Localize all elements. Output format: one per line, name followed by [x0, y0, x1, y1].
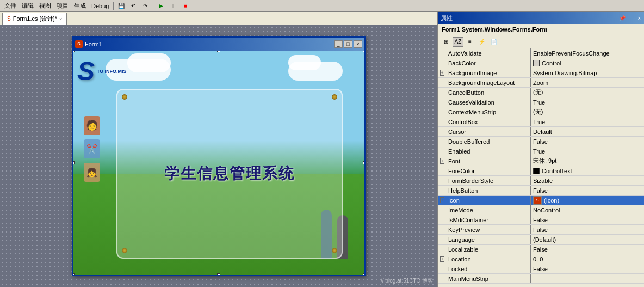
- props-properties-btn[interactable]: ≡: [465, 37, 475, 47]
- tab-close-btn[interactable]: ×: [59, 16, 62, 22]
- prop-row-language[interactable]: Language(Default): [438, 235, 644, 245]
- prop-row-causesvalidation[interactable]: CausesValidationTrue: [438, 97, 644, 107]
- prop-row-helpbutton[interactable]: HelpButtonFalse: [438, 186, 644, 196]
- logo-s-letter: S: [77, 58, 95, 84]
- handle-right[interactable]: [363, 161, 364, 164]
- prop-value-7[interactable]: True: [531, 119, 644, 125]
- prop-value-text-21: 0, 0: [533, 256, 543, 262]
- form-canvas[interactable]: S Form1 _ □ ×: [0, 25, 437, 287]
- prop-value-12[interactable]: ControlText: [531, 168, 644, 174]
- prop-value-11[interactable]: 宋体, 9pt: [531, 157, 644, 165]
- prop-value-18[interactable]: False: [531, 227, 644, 233]
- prop-row-controlbox[interactable]: ControlBoxTrue: [438, 117, 644, 127]
- prop-row-locked[interactable]: LockedFalse: [438, 264, 644, 274]
- prop-value-13[interactable]: Sizable: [531, 178, 644, 184]
- prop-row-enabled[interactable]: EnabledTrue: [438, 146, 644, 156]
- form-maximize-btn[interactable]: □: [344, 40, 352, 48]
- prop-value-16[interactable]: NoControl: [531, 207, 644, 213]
- prop-name-18: KeyPreview: [446, 227, 530, 233]
- props-events-btn[interactable]: ⚡: [476, 37, 487, 47]
- prop-row-icon[interactable]: +IconS(Icon): [438, 196, 644, 205]
- tab-icon: S: [7, 16, 11, 22]
- prop-value-21[interactable]: 0, 0: [531, 256, 644, 262]
- prop-value-text-17: False: [533, 217, 548, 223]
- prop-row-ismdicontainer[interactable]: IsMdiContainerFalse: [438, 215, 644, 225]
- prop-row-imemode[interactable]: ImeModeNoControl: [438, 205, 644, 215]
- prop-row-backcolor[interactable]: BackColorControl: [438, 58, 644, 68]
- handle-bl[interactable]: [73, 273, 75, 275]
- left-icons: 🧑 ✂️ 👧: [84, 116, 100, 182]
- prop-value-3[interactable]: Zoom: [531, 80, 644, 86]
- prop-value-6[interactable]: (无): [531, 108, 644, 116]
- toolbar-stop[interactable]: ■: [179, 1, 190, 11]
- prop-value-text-15: (Icon): [544, 197, 559, 204]
- props-minimize-btn[interactable]: —: [628, 15, 635, 21]
- prop-value-text-18: False: [533, 227, 548, 233]
- toolbar-save[interactable]: 💾: [116, 1, 127, 11]
- prop-row-cancelbutton[interactable]: CancelButton(无): [438, 88, 644, 97]
- prop-row-autovalidate[interactable]: AutoValidateEnablePreventFocusChange: [438, 48, 644, 58]
- form-close-btn[interactable]: ×: [354, 40, 362, 48]
- toolbar-pause[interactable]: ⏸: [168, 1, 178, 11]
- prop-row-keypreview[interactable]: KeyPreviewFalse: [438, 225, 644, 235]
- prop-row-localizable[interactable]: LocalizableFalse: [438, 245, 644, 254]
- prop-row-location[interactable]: +Location0, 0: [438, 254, 644, 264]
- handle-tl[interactable]: [73, 51, 75, 52]
- menu-file[interactable]: 文件: [2, 2, 18, 10]
- tab-form1-design[interactable]: S Form1.cs [设计]* ×: [2, 13, 67, 25]
- toolbar-undo[interactable]: ↶: [128, 1, 139, 11]
- prop-value-0[interactable]: EnablePreventFocusChange: [531, 50, 644, 57]
- prop-value-2[interactable]: System.Drawing.Bitmap: [531, 70, 644, 76]
- prop-value-8[interactable]: Default: [531, 129, 644, 135]
- prop-value-14[interactable]: False: [531, 187, 644, 194]
- prop-row-backgroundimage[interactable]: +BackgroundImageSystem.Drawing.Bitmap: [438, 68, 644, 78]
- props-alphabetical-btn[interactable]: AZ: [453, 37, 463, 47]
- prop-expand-11[interactable]: +: [438, 158, 446, 164]
- props-categorized-btn[interactable]: ⊞: [441, 37, 451, 47]
- prop-value-text-16: NoControl: [533, 207, 560, 213]
- prop-row-cursor[interactable]: CursorDefault: [438, 127, 644, 137]
- handle-tr[interactable]: [363, 51, 364, 52]
- prop-value-10[interactable]: True: [531, 148, 644, 155]
- prop-value-15[interactable]: S(Icon): [531, 196, 644, 205]
- form-minimize-btn[interactable]: _: [334, 40, 343, 48]
- prop-value-17[interactable]: False: [531, 217, 644, 223]
- toolbar-redo[interactable]: ↷: [140, 1, 151, 11]
- prop-value-19[interactable]: (Default): [531, 236, 644, 243]
- prop-value-22[interactable]: False: [531, 266, 644, 272]
- form-logo: S TU INFO.MIS: [77, 55, 137, 88]
- handle-bottom[interactable]: [217, 273, 220, 275]
- prop-value-4[interactable]: (无): [531, 88, 644, 96]
- handle-left[interactable]: [73, 161, 75, 164]
- prop-row-contextmenustrip[interactable]: ContextMenuStrip(无): [438, 107, 644, 117]
- props-close-btn[interactable]: ×: [636, 15, 642, 21]
- menu-edit[interactable]: 编辑: [20, 2, 36, 10]
- prop-value-text-8: Default: [533, 129, 552, 135]
- menu-view[interactable]: 视图: [37, 2, 53, 10]
- prop-value-20[interactable]: False: [531, 246, 644, 253]
- prop-expand-15[interactable]: +: [438, 197, 446, 203]
- prop-expand-2[interactable]: +: [438, 70, 446, 76]
- prop-value-1[interactable]: Control: [531, 60, 644, 66]
- prop-value-9[interactable]: False: [531, 138, 644, 145]
- prop-row-font[interactable]: +Font宋体, 9pt: [438, 156, 644, 166]
- handle-br[interactable]: [363, 273, 364, 275]
- props-pin-btn[interactable]: 📌: [618, 15, 627, 21]
- prop-value-5[interactable]: True: [531, 99, 644, 106]
- prop-row-doublebuffered[interactable]: DoubleBufferedFalse: [438, 137, 644, 146]
- menu-project[interactable]: 项目: [54, 2, 71, 10]
- toolbar-run[interactable]: ▶: [156, 1, 166, 11]
- handle-top[interactable]: [217, 51, 220, 52]
- prop-divider-23: [530, 274, 531, 283]
- prop-row-formborderstyle[interactable]: FormBorderStyleSizable: [438, 176, 644, 186]
- prop-row-mainmenustrip[interactable]: MainMenuStrip: [438, 274, 644, 284]
- form-window[interactable]: S Form1 _ □ ×: [72, 36, 366, 276]
- prop-value-text-13: Sizable: [533, 178, 553, 184]
- prop-row-forecolor[interactable]: ForeColorControlText: [438, 166, 644, 176]
- menu-build[interactable]: 生成: [72, 2, 88, 10]
- menu-debug[interactable]: Debug: [89, 3, 111, 9]
- prop-row-backgroundimagelayout[interactable]: BackgroundImageLayoutZoom: [438, 78, 644, 88]
- separator-1: [113, 2, 114, 10]
- props-pages-btn[interactable]: 📄: [488, 37, 499, 47]
- prop-expand-21[interactable]: +: [438, 256, 446, 262]
